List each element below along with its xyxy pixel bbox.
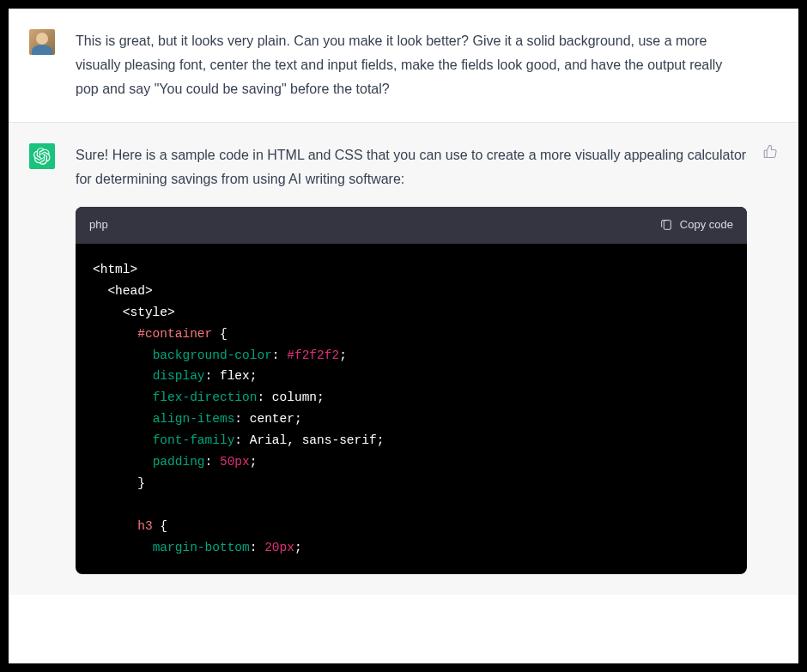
copy-code-button[interactable]: Copy code xyxy=(659,215,733,235)
chat-container: This is great, but it looks very plain. … xyxy=(9,9,798,663)
assistant-intro-text: Sure! Here is a sample code in HTML and … xyxy=(76,143,747,191)
code-language-label: php xyxy=(89,215,108,235)
copy-code-label: Copy code xyxy=(680,215,733,235)
code-block: php Copy code <html> <head> <style> #con… xyxy=(76,207,747,574)
user-message-text: This is great, but it looks very plain. … xyxy=(76,29,747,101)
assistant-message-content: Sure! Here is a sample code in HTML and … xyxy=(76,143,747,574)
svg-rect-0 xyxy=(664,221,670,230)
code-block-header: php Copy code xyxy=(76,207,747,244)
code-content[interactable]: <html> <head> <style> #container { backg… xyxy=(76,244,747,574)
assistant-avatar xyxy=(29,143,55,169)
feedback-thumbs-up-button[interactable] xyxy=(762,143,778,162)
openai-logo-icon xyxy=(33,148,51,165)
user-avatar xyxy=(29,29,55,55)
user-message: This is great, but it looks very plain. … xyxy=(9,9,798,122)
clipboard-icon xyxy=(659,218,673,232)
assistant-message: Sure! Here is a sample code in HTML and … xyxy=(9,122,798,595)
thumbs-up-icon xyxy=(762,143,778,159)
